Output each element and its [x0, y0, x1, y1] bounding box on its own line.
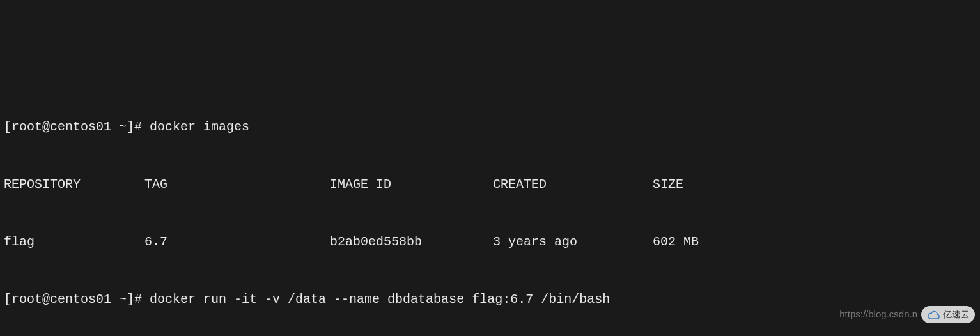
cell-created: 3 years ago [493, 233, 653, 252]
terminal-line: [root@centos01 ~]# docker images [4, 118, 976, 137]
col-header-size: SIZE [653, 175, 749, 194]
cloud-icon [926, 310, 940, 320]
terminal-output[interactable]: [root@centos01 ~]# docker images REPOSIT… [4, 79, 976, 336]
col-header-image-id: IMAGE ID [330, 175, 493, 194]
cell-repository: flag [4, 233, 144, 252]
cell-tag: 6.7 [144, 233, 330, 252]
col-header-repository: REPOSITORY [4, 175, 144, 194]
prompt: [root@centos01 ~]# [4, 292, 150, 307]
terminal-line: [root@centos01 ~]# docker run -it -v /da… [4, 290, 976, 309]
docker-images-header: REPOSITORYTAGIMAGE IDCREATEDSIZE [4, 175, 976, 194]
watermark-url: https://blog.csdn.n [839, 307, 917, 322]
command: docker run -it -v /data --name dbdatabas… [150, 292, 610, 307]
command: docker images [150, 119, 249, 134]
col-header-tag: TAG [144, 175, 330, 194]
watermark: https://blog.csdn.n 亿速云 [839, 306, 975, 323]
watermark-brand: 亿速云 [943, 308, 970, 321]
cell-size: 602 MB [653, 233, 749, 252]
watermark-logo: 亿速云 [921, 306, 975, 323]
cell-image-id: b2ab0ed558bb [330, 233, 493, 252]
docker-images-row: flag6.7b2ab0ed558bb3 years ago602 MB [4, 233, 976, 252]
prompt: [root@centos01 ~]# [4, 119, 150, 134]
col-header-created: CREATED [493, 175, 653, 194]
